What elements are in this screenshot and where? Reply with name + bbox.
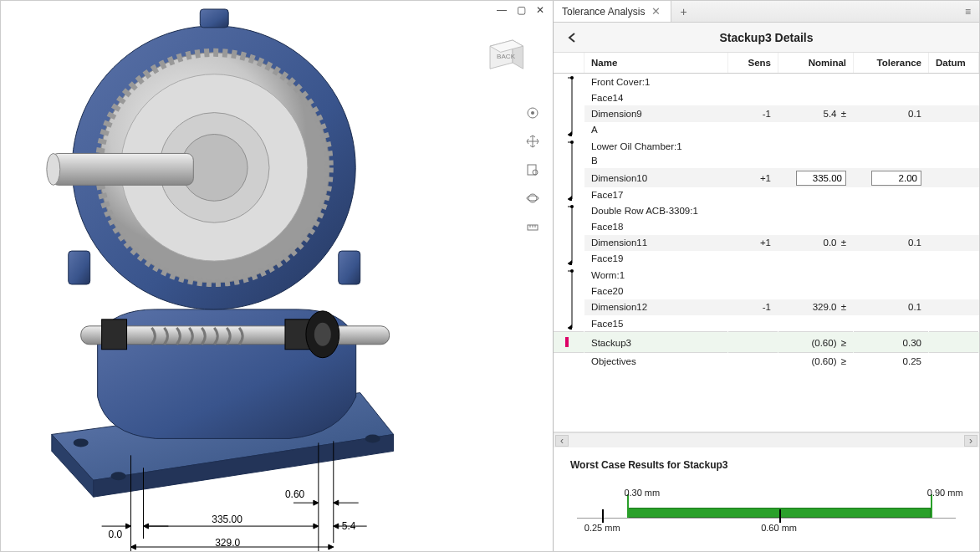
axis-tick bbox=[602, 509, 604, 523]
svg-marker-50 bbox=[329, 544, 334, 549]
svg-marker-51 bbox=[568, 131, 572, 136]
svg-point-16 bbox=[111, 472, 126, 480]
dimension-row[interactable]: Dimension10+1 bbox=[554, 168, 979, 187]
svg-rect-30 bbox=[52, 153, 193, 185]
svg-rect-23 bbox=[339, 251, 360, 284]
axis-tick-label: 0.25 mm bbox=[584, 523, 620, 533]
panel-menu-icon[interactable]: ≡ bbox=[957, 1, 979, 22]
group-head: Worm:1 bbox=[554, 267, 979, 283]
nominal-input[interactable] bbox=[796, 171, 846, 186]
svg-rect-59 bbox=[565, 337, 569, 347]
tab-label: Tolerance Analysis bbox=[562, 6, 645, 18]
face-row: Face19 bbox=[554, 251, 979, 267]
axis-tick-label: 0.60 mm bbox=[761, 523, 797, 533]
stackup-table: Name Sens Nominal Tolerance Datum Front … bbox=[554, 53, 979, 368]
dim-0-60: 0.60 bbox=[285, 488, 305, 500]
table-header-row: Name Sens Nominal Tolerance Datum bbox=[554, 53, 979, 74]
svg-rect-18 bbox=[102, 319, 127, 350]
dim-329: 329.0 bbox=[215, 537, 240, 549]
col-nominal: Nominal bbox=[778, 53, 854, 74]
svg-marker-42 bbox=[314, 524, 319, 529]
svg-marker-39 bbox=[334, 500, 339, 505]
group-head: Lower Oil Chamber:1 bbox=[554, 138, 979, 153]
results-panel: Worst Case Results for Stackup3 0.30 mm0… bbox=[554, 447, 979, 551]
summary-row: Objectives(0.60) ≥0.25 bbox=[554, 353, 979, 369]
axis-tick bbox=[779, 509, 781, 523]
group-bracket-icon bbox=[554, 267, 584, 332]
group-bracket-icon bbox=[554, 202, 584, 267]
stackup-marker-icon bbox=[554, 332, 584, 353]
col-name: Name bbox=[584, 53, 728, 74]
face-row: Face17 bbox=[554, 187, 979, 202]
group-head: Front Cover:1 bbox=[554, 74, 979, 89]
summary-row: Stackup3(0.60) ≥0.30 bbox=[554, 332, 979, 353]
panel-tabs: Tolerance Analysis ✕ + ≡ bbox=[554, 1, 979, 23]
group-bracket-icon bbox=[554, 138, 584, 202]
col-sens: Sens bbox=[728, 53, 778, 74]
svg-point-21 bbox=[314, 323, 331, 346]
result-tick-label: 0.90 mm bbox=[927, 488, 963, 498]
svg-marker-49 bbox=[131, 544, 136, 549]
spacer bbox=[554, 353, 584, 369]
tab-tolerance-analysis[interactable]: Tolerance Analysis ✕ bbox=[554, 1, 671, 22]
svg-point-56 bbox=[570, 205, 574, 208]
tolerance-input[interactable] bbox=[871, 171, 921, 186]
svg-point-31 bbox=[47, 153, 60, 185]
dim-5-4: 5.4 bbox=[342, 520, 356, 532]
panel-header: Stackup3 Details bbox=[554, 23, 979, 53]
panel: Tolerance Analysis ✕ + ≡ Stackup3 Detail… bbox=[553, 1, 979, 551]
results-axis bbox=[577, 518, 956, 519]
face-row: A bbox=[554, 122, 979, 138]
model-illustration: 0.60 5.4 0.0 335.00 329.0 bbox=[1, 1, 553, 551]
results-bar: 0.30 mm0.90 mm0.25 mm0.60 mm bbox=[577, 484, 956, 533]
tab-close-icon[interactable]: ✕ bbox=[650, 5, 662, 18]
dimension-row[interactable]: Dimension9-15.4 ±0.1 bbox=[554, 105, 979, 121]
svg-point-58 bbox=[570, 269, 574, 273]
tab-add-button[interactable]: + bbox=[671, 1, 695, 22]
face-row: Face14 bbox=[554, 89, 979, 105]
group-head: Double Row ACB-3309:1 bbox=[554, 202, 979, 218]
col-tolerance: Tolerance bbox=[854, 53, 929, 74]
svg-marker-53 bbox=[568, 196, 572, 201]
results-title: Worst Case Results for Stackup3 bbox=[570, 459, 962, 471]
dimension-row[interactable]: Dimension11+10.0 ±0.1 bbox=[554, 235, 979, 251]
svg-point-13 bbox=[74, 438, 89, 447]
scroll-right-icon[interactable]: › bbox=[964, 435, 977, 447]
app-root: — ▢ ✕ BACK bbox=[0, 0, 980, 552]
face-row: Face15 bbox=[554, 315, 979, 331]
svg-marker-47 bbox=[334, 524, 339, 529]
result-tick-label: 0.30 mm bbox=[624, 488, 660, 498]
svg-point-52 bbox=[570, 76, 574, 79]
model-area[interactable]: 0.60 5.4 0.0 335.00 329.0 bbox=[1, 1, 553, 551]
face-row: Face18 bbox=[554, 218, 979, 234]
svg-marker-44 bbox=[126, 524, 131, 529]
svg-point-15 bbox=[365, 434, 380, 442]
dimension-row[interactable]: Dimension12-1329.0 ±0.1 bbox=[554, 299, 979, 315]
panel-title: Stackup3 Details bbox=[719, 31, 813, 44]
h-scrollbar[interactable]: ‹ › bbox=[554, 432, 979, 447]
svg-marker-37 bbox=[314, 500, 319, 505]
dim-0-0: 0.0 bbox=[109, 529, 123, 540]
svg-rect-24 bbox=[200, 9, 228, 28]
dim-335: 335.00 bbox=[212, 514, 242, 525]
svg-point-54 bbox=[570, 141, 574, 144]
col-datum: Datum bbox=[929, 53, 979, 74]
svg-rect-22 bbox=[69, 251, 90, 284]
result-tick bbox=[627, 494, 629, 518]
scroll-left-icon[interactable]: ‹ bbox=[555, 435, 569, 447]
viewport[interactable]: — ▢ ✕ BACK bbox=[1, 1, 553, 551]
svg-marker-57 bbox=[568, 325, 572, 330]
face-row: B bbox=[554, 153, 979, 168]
face-row: Face20 bbox=[554, 283, 979, 299]
stackup-table-wrap[interactable]: Name Sens Nominal Tolerance Datum Front … bbox=[554, 53, 979, 432]
back-button[interactable] bbox=[564, 29, 580, 46]
svg-marker-55 bbox=[568, 260, 572, 265]
group-bracket-icon bbox=[554, 74, 584, 139]
result-tick bbox=[931, 494, 932, 518]
